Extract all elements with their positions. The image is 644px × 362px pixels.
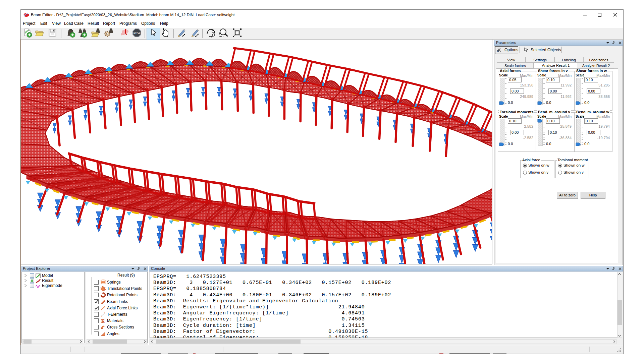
svg-text:STOP: STOP <box>133 32 141 35</box>
svg-text:E: E <box>101 318 105 324</box>
